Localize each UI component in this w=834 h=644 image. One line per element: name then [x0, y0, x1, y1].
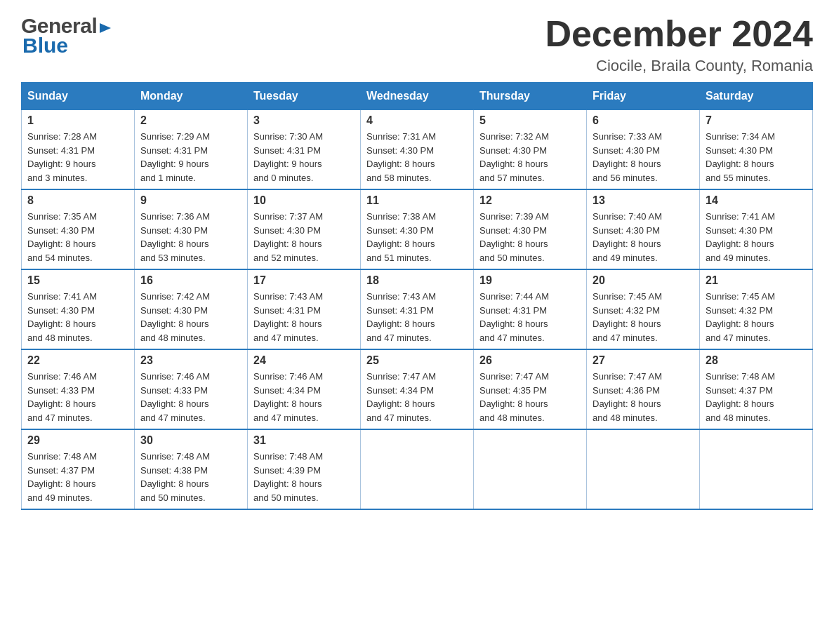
- week-row-1: 1 Sunrise: 7:28 AM Sunset: 4:31 PM Dayli…: [22, 110, 813, 190]
- day-info: Sunrise: 7:45 AM Sunset: 4:32 PM Dayligh…: [706, 290, 807, 344]
- day-number: 18: [366, 274, 468, 287]
- day-number: 17: [253, 274, 355, 287]
- day-info: Sunrise: 7:32 AM Sunset: 4:30 PM Dayligh…: [479, 130, 581, 185]
- day-cell: 18 Sunrise: 7:43 AM Sunset: 4:31 PM Dayl…: [361, 269, 474, 349]
- day-cell: 4 Sunrise: 7:31 AM Sunset: 4:30 PM Dayli…: [361, 110, 474, 190]
- day-cell: 12 Sunrise: 7:39 AM Sunset: 4:30 PM Dayl…: [474, 189, 587, 269]
- day-number: 12: [479, 194, 581, 207]
- day-info: Sunrise: 7:48 AM Sunset: 4:39 PM Dayligh…: [253, 450, 355, 504]
- day-number: 9: [140, 194, 241, 207]
- day-number: 8: [27, 194, 128, 207]
- title-block: December 2024 Ciocile, Braila County, Ro…: [545, 14, 813, 75]
- location-text: Ciocile, Braila County, Romania: [545, 57, 813, 75]
- day-info: Sunrise: 7:43 AM Sunset: 4:31 PM Dayligh…: [366, 290, 468, 344]
- column-header-thursday: Thursday: [474, 83, 587, 110]
- day-number: 22: [27, 354, 128, 367]
- day-cell: [361, 429, 474, 509]
- column-header-wednesday: Wednesday: [361, 83, 474, 110]
- week-row-2: 8 Sunrise: 7:35 AM Sunset: 4:30 PM Dayli…: [22, 189, 813, 269]
- day-cell: 17 Sunrise: 7:43 AM Sunset: 4:31 PM Dayl…: [248, 269, 361, 349]
- day-number: 28: [706, 354, 807, 367]
- day-cell: 1 Sunrise: 7:28 AM Sunset: 4:31 PM Dayli…: [22, 110, 135, 190]
- day-number: 21: [706, 274, 807, 287]
- day-info: Sunrise: 7:31 AM Sunset: 4:30 PM Dayligh…: [366, 130, 468, 185]
- logo-blue-text: Blue: [22, 34, 68, 58]
- day-cell: 10 Sunrise: 7:37 AM Sunset: 4:30 PM Dayl…: [248, 189, 361, 269]
- logo: General Blue: [21, 14, 112, 58]
- day-info: Sunrise: 7:30 AM Sunset: 4:31 PM Dayligh…: [253, 130, 355, 185]
- day-number: 25: [366, 354, 468, 367]
- column-header-tuesday: Tuesday: [248, 83, 361, 110]
- day-number: 19: [479, 274, 581, 287]
- month-title: December 2024: [545, 14, 813, 54]
- day-number: 27: [593, 354, 694, 367]
- day-number: 1: [27, 114, 128, 127]
- day-info: Sunrise: 7:28 AM Sunset: 4:31 PM Dayligh…: [27, 130, 128, 185]
- day-cell: 6 Sunrise: 7:33 AM Sunset: 4:30 PM Dayli…: [587, 110, 700, 190]
- day-info: Sunrise: 7:42 AM Sunset: 4:30 PM Dayligh…: [140, 290, 241, 344]
- week-row-3: 15 Sunrise: 7:41 AM Sunset: 4:30 PM Dayl…: [22, 269, 813, 349]
- day-cell: 13 Sunrise: 7:40 AM Sunset: 4:30 PM Dayl…: [587, 189, 700, 269]
- day-cell: 23 Sunrise: 7:46 AM Sunset: 4:33 PM Dayl…: [135, 349, 248, 429]
- day-cell: 20 Sunrise: 7:45 AM Sunset: 4:32 PM Dayl…: [587, 269, 700, 349]
- day-number: 11: [366, 194, 468, 207]
- day-cell: 30 Sunrise: 7:48 AM Sunset: 4:38 PM Dayl…: [135, 429, 248, 509]
- day-info: Sunrise: 7:36 AM Sunset: 4:30 PM Dayligh…: [140, 210, 241, 264]
- day-info: Sunrise: 7:38 AM Sunset: 4:30 PM Dayligh…: [366, 210, 468, 264]
- day-number: 30: [140, 434, 241, 447]
- column-header-sunday: Sunday: [22, 83, 135, 110]
- day-cell: 19 Sunrise: 7:44 AM Sunset: 4:31 PM Dayl…: [474, 269, 587, 349]
- day-info: Sunrise: 7:29 AM Sunset: 4:31 PM Dayligh…: [140, 130, 241, 185]
- day-info: Sunrise: 7:47 AM Sunset: 4:34 PM Dayligh…: [366, 370, 468, 424]
- day-info: Sunrise: 7:48 AM Sunset: 4:37 PM Dayligh…: [706, 370, 807, 424]
- day-number: 3: [253, 114, 355, 127]
- header-row: SundayMondayTuesdayWednesdayThursdayFrid…: [22, 83, 813, 110]
- day-info: Sunrise: 7:46 AM Sunset: 4:33 PM Dayligh…: [140, 370, 241, 424]
- page-header: General Blue December 2024 Ciocile, Brai…: [21, 14, 813, 75]
- day-cell: 21 Sunrise: 7:45 AM Sunset: 4:32 PM Dayl…: [700, 269, 813, 349]
- day-cell: 27 Sunrise: 7:47 AM Sunset: 4:36 PM Dayl…: [587, 349, 700, 429]
- column-header-saturday: Saturday: [700, 83, 813, 110]
- day-info: Sunrise: 7:46 AM Sunset: 4:33 PM Dayligh…: [27, 370, 128, 424]
- day-number: 14: [706, 194, 807, 207]
- day-cell: 9 Sunrise: 7:36 AM Sunset: 4:30 PM Dayli…: [135, 189, 248, 269]
- day-info: Sunrise: 7:44 AM Sunset: 4:31 PM Dayligh…: [479, 290, 581, 344]
- day-info: Sunrise: 7:46 AM Sunset: 4:34 PM Dayligh…: [253, 370, 355, 424]
- day-number: 5: [479, 114, 581, 127]
- day-info: Sunrise: 7:37 AM Sunset: 4:30 PM Dayligh…: [253, 210, 355, 264]
- day-info: Sunrise: 7:41 AM Sunset: 4:30 PM Dayligh…: [706, 210, 807, 264]
- day-number: 13: [593, 194, 694, 207]
- calendar-table: SundayMondayTuesdayWednesdayThursdayFrid…: [21, 82, 813, 510]
- day-cell: 29 Sunrise: 7:48 AM Sunset: 4:37 PM Dayl…: [22, 429, 135, 509]
- day-info: Sunrise: 7:40 AM Sunset: 4:30 PM Dayligh…: [593, 210, 694, 264]
- day-cell: 7 Sunrise: 7:34 AM Sunset: 4:30 PM Dayli…: [700, 110, 813, 190]
- week-row-4: 22 Sunrise: 7:46 AM Sunset: 4:33 PM Dayl…: [22, 349, 813, 429]
- day-number: 7: [706, 114, 807, 127]
- day-cell: 16 Sunrise: 7:42 AM Sunset: 4:30 PM Dayl…: [135, 269, 248, 349]
- day-cell: [474, 429, 587, 509]
- day-cell: 2 Sunrise: 7:29 AM Sunset: 4:31 PM Dayli…: [135, 110, 248, 190]
- day-info: Sunrise: 7:47 AM Sunset: 4:35 PM Dayligh…: [479, 370, 581, 424]
- day-number: 10: [253, 194, 355, 207]
- day-number: 16: [140, 274, 241, 287]
- column-header-monday: Monday: [135, 83, 248, 110]
- day-number: 2: [140, 114, 241, 127]
- day-number: 23: [140, 354, 241, 367]
- day-cell: 14 Sunrise: 7:41 AM Sunset: 4:30 PM Dayl…: [700, 189, 813, 269]
- day-info: Sunrise: 7:35 AM Sunset: 4:30 PM Dayligh…: [27, 210, 128, 264]
- logo-triangle-icon: [97, 20, 112, 36]
- day-cell: 28 Sunrise: 7:48 AM Sunset: 4:37 PM Dayl…: [700, 349, 813, 429]
- day-number: 4: [366, 114, 468, 127]
- day-number: 24: [253, 354, 355, 367]
- day-cell: 5 Sunrise: 7:32 AM Sunset: 4:30 PM Dayli…: [474, 110, 587, 190]
- day-info: Sunrise: 7:41 AM Sunset: 4:30 PM Dayligh…: [27, 290, 128, 344]
- day-cell: 24 Sunrise: 7:46 AM Sunset: 4:34 PM Dayl…: [248, 349, 361, 429]
- day-number: 20: [593, 274, 694, 287]
- column-header-friday: Friday: [587, 83, 700, 110]
- week-row-5: 29 Sunrise: 7:48 AM Sunset: 4:37 PM Dayl…: [22, 429, 813, 509]
- day-info: Sunrise: 7:47 AM Sunset: 4:36 PM Dayligh…: [593, 370, 694, 424]
- day-info: Sunrise: 7:45 AM Sunset: 4:32 PM Dayligh…: [593, 290, 694, 344]
- day-number: 6: [593, 114, 694, 127]
- day-cell: 15 Sunrise: 7:41 AM Sunset: 4:30 PM Dayl…: [22, 269, 135, 349]
- day-number: 26: [479, 354, 581, 367]
